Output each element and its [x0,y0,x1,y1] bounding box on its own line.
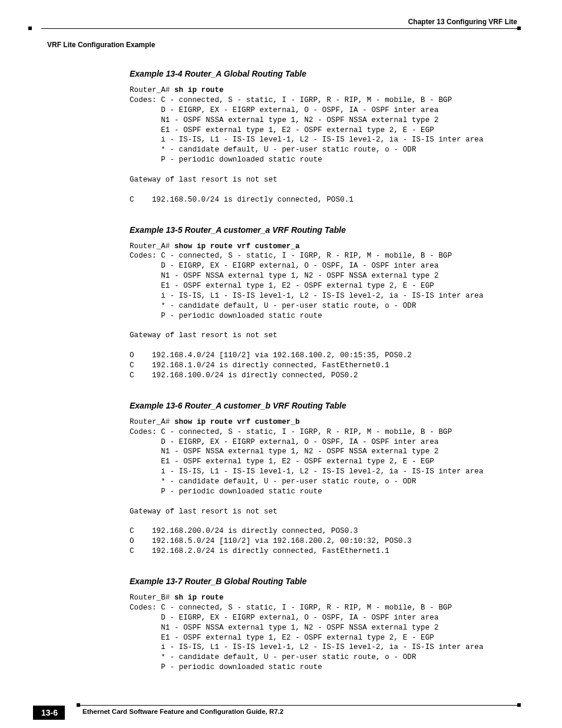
header-rule [41,28,521,29]
example-13-4-title: Example 13-4 Router_A Global Routing Tab… [130,69,515,78]
footer-rule [41,705,521,706]
section-header: VRF Lite Configuration Example [47,41,521,49]
example-13-6-title: Example 13-6 Router_A customer_b VRF Rou… [130,401,515,410]
rule-end-marker-icon [517,703,521,707]
cli-prompt: Router_B# [130,594,174,602]
cli-command: show ip route vrf customer_b [174,418,300,426]
example-13-5-title: Example 13-5 Router_A customer_a VRF Rou… [130,225,515,235]
cli-command: show ip route vrf customer_a [174,242,300,251]
cli-command: sh ip route [174,594,224,602]
example-13-6-code: Router_A# show ip route vrf customer_b C… [130,417,515,556]
cli-output: Codes: C - connected, S - static, I - IG… [130,604,484,671]
example-13-4-code: Router_A# sh ip route Codes: C - connect… [130,85,515,205]
cli-output: Codes: C - connected, S - static, I - IG… [130,252,484,380]
page-footer: Ethernet Card Software Feature and Confi… [41,705,521,715]
main-content: Example 13-4 Router_A Global Routing Tab… [130,69,515,673]
cli-prompt: Router_A# [130,86,174,94]
cli-output: Codes: C - connected, S - static, I - IG… [130,96,484,204]
footer-guide-title: Ethernet Card Software Feature and Confi… [82,708,521,715]
document-page: Chapter 13 Configuring VRF Lite VRF Lite… [0,0,562,728]
rule-start-marker-icon [77,703,80,707]
cli-command: sh ip route [174,86,224,94]
cli-prompt: Router_A# [130,418,174,426]
cli-output: Codes: C - connected, S - static, I - IG… [130,428,484,556]
cli-prompt: Router_A# [130,242,174,251]
example-13-7-title: Example 13-7 Router_B Global Routing Tab… [130,577,515,586]
example-13-7-code: Router_B# sh ip route Codes: C - connect… [130,593,515,673]
page-number-badge: 13-6 [33,706,65,720]
rule-start-marker-icon [28,27,32,30]
chapter-header: Chapter 13 Configuring VRF Lite [41,18,521,26]
example-13-5-code: Router_A# show ip route vrf customer_a C… [130,242,515,381]
rule-end-marker-icon [517,27,521,30]
